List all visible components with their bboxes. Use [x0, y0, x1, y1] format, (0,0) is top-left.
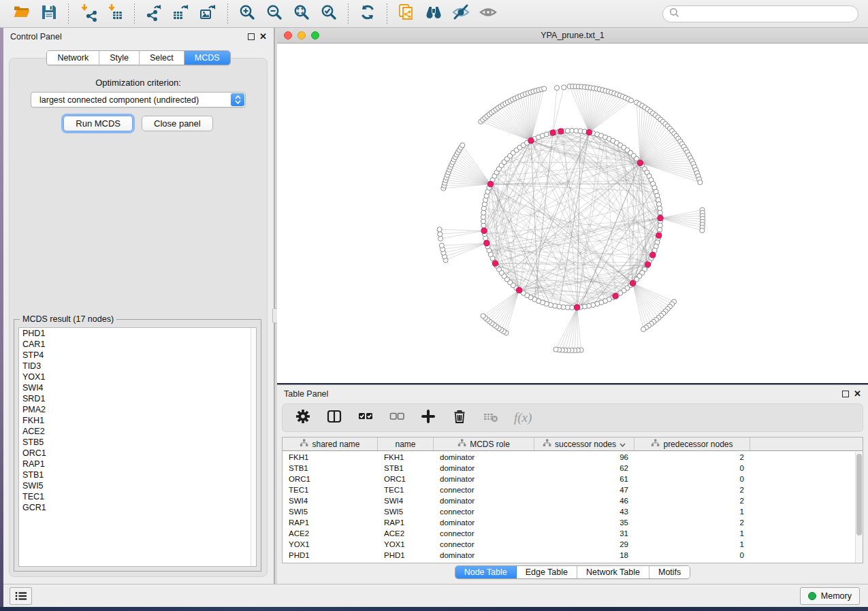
- table-tab-node-table[interactable]: Node Table: [455, 566, 517, 578]
- mcds-result-node[interactable]: STB5: [19, 437, 256, 448]
- float-panel-icon[interactable]: [248, 33, 255, 40]
- zoom-in-button[interactable]: [237, 3, 257, 24]
- cell-name[interactable]: SWI4: [378, 497, 434, 505]
- export-table-button[interactable]: [171, 3, 191, 24]
- deselect-all-button[interactable]: [389, 408, 405, 427]
- columns-button[interactable]: [326, 408, 342, 427]
- cell-MCDS-role[interactable]: dominator: [434, 464, 534, 472]
- mcds-result-node[interactable]: STP4: [19, 350, 256, 361]
- cell-successor-nodes[interactable]: 62: [534, 464, 634, 472]
- cell-shared-name[interactable]: ORC1: [283, 475, 378, 483]
- save-session-button[interactable]: [39, 3, 59, 24]
- table-row[interactable]: FKH1FKH1dominator962: [283, 452, 855, 463]
- column-header-MCDS-role[interactable]: MCDS role: [434, 437, 534, 450]
- search-box[interactable]: [662, 5, 858, 22]
- find-button[interactable]: [423, 3, 444, 24]
- add-row-button[interactable]: [420, 408, 436, 427]
- cell-predecessor-nodes[interactable]: 1: [634, 508, 750, 516]
- close-table-panel-icon[interactable]: ✕: [854, 391, 861, 397]
- settings-button[interactable]: [295, 408, 311, 427]
- column-header-name[interactable]: name: [378, 437, 434, 450]
- cell-name[interactable]: SWI5: [378, 508, 434, 516]
- tab-mcds[interactable]: MCDS: [184, 51, 230, 65]
- close-panel-button[interactable]: Close panel: [142, 116, 213, 131]
- cell-successor-nodes[interactable]: 35: [534, 518, 634, 527]
- float-table-panel-icon[interactable]: [842, 391, 849, 397]
- cell-predecessor-nodes[interactable]: 2: [634, 453, 750, 461]
- table-tab-network-table[interactable]: Network Table: [577, 566, 649, 578]
- open-file-button[interactable]: [12, 3, 32, 24]
- cell-name[interactable]: FKH1: [378, 453, 434, 461]
- memory-button[interactable]: Memory: [800, 587, 860, 605]
- table-row[interactable]: TEC1TEC1connector472: [283, 484, 855, 495]
- column-header-predecessor-nodes[interactable]: predecessor nodes: [634, 437, 750, 450]
- table-scrollbar[interactable]: [855, 452, 863, 563]
- cell-name[interactable]: RAP1: [378, 518, 434, 527]
- cell-successor-nodes[interactable]: 43: [534, 508, 634, 516]
- import-table-button[interactable]: [105, 3, 125, 24]
- mcds-result-node[interactable]: YOX1: [19, 371, 256, 382]
- cell-successor-nodes[interactable]: 29: [534, 540, 634, 548]
- mcds-result-node[interactable]: FKH1: [19, 415, 256, 426]
- mcds-result-node[interactable]: GCR1: [19, 502, 256, 513]
- mcds-result-node[interactable]: SWI5: [19, 480, 256, 491]
- cell-predecessor-nodes[interactable]: 2: [634, 497, 750, 505]
- cell-predecessor-nodes[interactable]: 0: [634, 475, 750, 483]
- mcds-result-node[interactable]: ACE2: [19, 426, 256, 437]
- cell-successor-nodes[interactable]: 31: [534, 529, 634, 538]
- cell-name[interactable]: ACE2: [378, 529, 434, 538]
- export-image-button[interactable]: [198, 3, 219, 24]
- mcds-result-node[interactable]: TEC1: [19, 491, 256, 502]
- mcds-result-node[interactable]: ORC1: [19, 448, 256, 459]
- cell-predecessor-nodes[interactable]: 2: [634, 518, 750, 527]
- cell-MCDS-role[interactable]: connector: [434, 508, 534, 516]
- cell-predecessor-nodes[interactable]: 1: [634, 540, 750, 548]
- cell-name[interactable]: ORC1: [378, 475, 434, 483]
- column-header-shared-name[interactable]: shared name: [283, 437, 378, 450]
- cell-MCDS-role[interactable]: connector: [434, 540, 534, 548]
- table-row[interactable]: STB1STB1dominator620: [283, 463, 855, 474]
- cell-name[interactable]: PHD1: [378, 551, 434, 559]
- cell-MCDS-role[interactable]: connector: [434, 529, 534, 538]
- cell-MCDS-role[interactable]: dominator: [434, 518, 534, 527]
- result-list-scrollbar[interactable]: [251, 328, 256, 566]
- cell-MCDS-role[interactable]: dominator: [434, 475, 534, 483]
- cell-successor-nodes[interactable]: 46: [534, 497, 634, 505]
- table-row[interactable]: YOX1YOX1connector291: [283, 539, 855, 550]
- table-tab-motifs[interactable]: Motifs: [649, 566, 690, 578]
- cell-successor-nodes[interactable]: 18: [534, 551, 634, 559]
- mcds-result-node[interactable]: SRD1: [19, 393, 256, 404]
- network-graph[interactable]: [277, 44, 868, 383]
- mcds-result-node[interactable]: PHD1: [19, 328, 256, 339]
- mcds-result-node[interactable]: RAP1: [19, 459, 256, 469]
- cell-predecessor-nodes[interactable]: 0: [634, 551, 750, 559]
- delete-row-button[interactable]: [451, 408, 468, 427]
- cell-predecessor-nodes[interactable]: 0: [634, 464, 750, 472]
- cell-MCDS-role[interactable]: connector: [434, 486, 534, 494]
- select-all-button[interactable]: [357, 408, 374, 427]
- node-table[interactable]: shared namenameMCDS rolesuccessor nodesp…: [282, 437, 863, 563]
- cell-successor-nodes[interactable]: 61: [534, 475, 634, 483]
- cell-shared-name[interactable]: SWI5: [283, 508, 378, 516]
- zoom-fit-button[interactable]: [291, 3, 312, 24]
- mcds-result-node[interactable]: SWI4: [19, 382, 256, 393]
- cell-shared-name[interactable]: RAP1: [283, 518, 378, 527]
- mcds-result-node[interactable]: CAR1: [19, 339, 256, 350]
- network-canvas[interactable]: [277, 44, 868, 383]
- cell-shared-name[interactable]: SWI4: [283, 497, 378, 505]
- cell-MCDS-role[interactable]: dominator: [434, 497, 534, 505]
- cell-MCDS-role[interactable]: dominator: [434, 453, 534, 461]
- cell-MCDS-role[interactable]: dominator: [434, 551, 534, 559]
- zoom-selected-button[interactable]: [319, 3, 339, 24]
- import-network-button[interactable]: [78, 3, 98, 24]
- cell-shared-name[interactable]: YOX1: [283, 540, 378, 548]
- zoom-out-button[interactable]: [264, 3, 285, 24]
- task-history-button[interactable]: [10, 587, 32, 605]
- cell-name[interactable]: YOX1: [378, 540, 434, 548]
- optimization-criterion-select[interactable]: largest connected component (undirected): [31, 92, 246, 108]
- hide-selection-button[interactable]: [451, 3, 471, 24]
- refresh-button[interactable]: [357, 3, 378, 24]
- mcds-result-list[interactable]: PHD1CAR1STP4TID3YOX1SWI4SRD1PMA2FKH1ACE2…: [18, 327, 257, 567]
- table-scrollbar-thumb[interactable]: [856, 454, 862, 535]
- column-header-successor-nodes[interactable]: successor nodes: [534, 437, 634, 450]
